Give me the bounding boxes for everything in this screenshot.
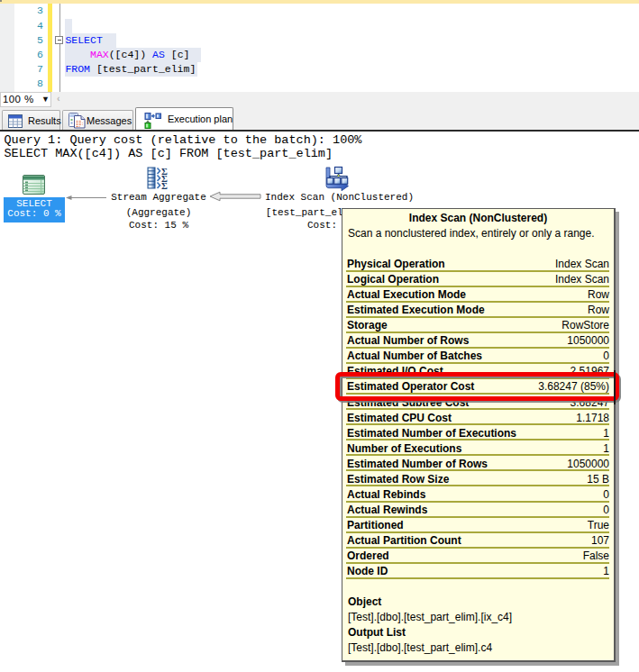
svg-text:Σ: Σ: [161, 181, 168, 189]
